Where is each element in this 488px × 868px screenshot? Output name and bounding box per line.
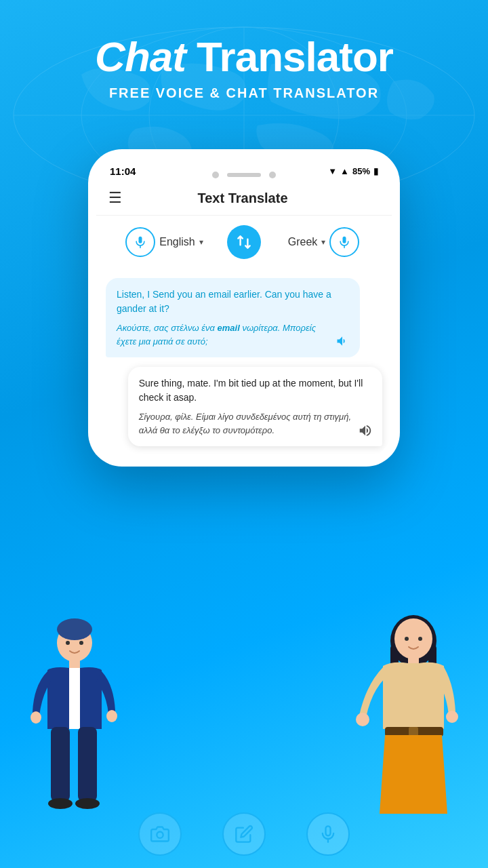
app-subtitle: FREE VOICE & CHAT TRANSLATOR: [27, 85, 461, 101]
source-language-name: English: [159, 236, 195, 248]
phone-notch: [200, 165, 288, 184]
target-language-name: Greek: [288, 236, 318, 248]
app-screen-title: Text Translate: [122, 191, 363, 206]
chat-bubble-left: Listen, I Send you an email earlier. Can…: [106, 278, 360, 357]
target-language-btn[interactable]: Greek ▾: [266, 227, 381, 257]
speaker-icon-right[interactable]: [358, 423, 373, 438]
battery-icon: ▮: [373, 166, 378, 176]
svg-point-14: [106, 710, 117, 722]
chat-right-translated: Σίγουρα, φίλε. Είμαι λίγο συνδεδεμένος α…: [139, 410, 371, 437]
language-bar: English ▾ Greek ▾: [96, 216, 392, 269]
chat-area: Listen, I Send you an email earlier. Can…: [96, 269, 392, 458]
source-lang-dropdown-icon[interactable]: ▾: [199, 237, 203, 247]
svg-point-31: [405, 637, 409, 641]
svg-point-24: [394, 618, 432, 659]
svg-rect-15: [51, 727, 70, 802]
notch-speaker: [227, 173, 261, 177]
bottom-toolbar: [0, 807, 488, 868]
chat-left-translated: Ακούστε, σας στέλνω ένα email νωρίτερα. …: [117, 321, 330, 348]
svg-point-10: [57, 618, 92, 640]
wifi-icon: ▼: [328, 166, 337, 176]
status-icons: ▼ ▲ 85% ▮: [328, 166, 378, 176]
speaker-icon-left[interactable]: [336, 334, 349, 348]
menu-icon[interactable]: ☰: [108, 189, 122, 207]
status-time: 11:04: [110, 165, 136, 177]
edit-btn[interactable]: [222, 812, 266, 856]
bottom-section: [0, 583, 488, 868]
svg-rect-7: [343, 237, 346, 243]
svg-point-32: [418, 637, 422, 641]
camera-btn[interactable]: [138, 812, 182, 856]
target-mic-btn[interactable]: [329, 227, 359, 257]
notch-sensor: [269, 172, 276, 178]
svg-point-20: [79, 641, 83, 645]
signal-icon: ▲: [340, 166, 349, 176]
chat-left-original: Listen, I Send you an email earlier. Can…: [117, 288, 349, 316]
source-mic-btn[interactable]: [125, 227, 155, 257]
svg-rect-16: [78, 727, 97, 802]
svg-point-29: [356, 713, 369, 726]
svg-point-33: [157, 832, 163, 838]
svg-rect-28: [409, 727, 418, 736]
status-bar: 11:04 ▼ ▲ 85% ▮: [96, 157, 392, 182]
swap-languages-btn[interactable]: [227, 225, 261, 259]
battery-text: 85%: [352, 166, 370, 176]
phone-mockup: 11:04 ▼ ▲ 85% ▮ ☰ Text Translate: [88, 149, 400, 467]
app-title-text: Chat Translator: [27, 34, 461, 80]
person-left-figure: [14, 617, 136, 821]
svg-rect-12: [69, 668, 80, 729]
svg-rect-34: [326, 826, 331, 835]
svg-rect-26: [405, 663, 422, 729]
chat-bubble-right: Sure thing, mate. I'm bit tied up at the…: [128, 367, 382, 446]
app-header: ☰ Text Translate: [96, 182, 392, 216]
svg-rect-5: [139, 237, 142, 243]
chat-right-original: Sure thing, mate. I'm bit tied up at the…: [139, 376, 371, 405]
person-right-figure: [346, 610, 481, 827]
notch-camera: [212, 172, 219, 178]
svg-point-13: [30, 711, 41, 724]
mic-record-btn[interactable]: [306, 812, 350, 856]
svg-point-30: [446, 711, 458, 723]
target-lang-dropdown-icon[interactable]: ▾: [321, 237, 325, 247]
svg-point-19: [66, 641, 70, 645]
source-language-btn[interactable]: English ▾: [107, 227, 222, 257]
